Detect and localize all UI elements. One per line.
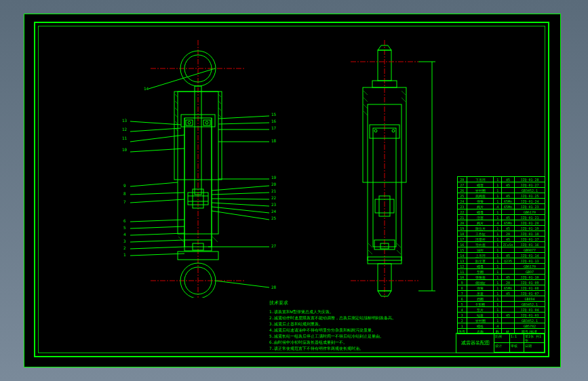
svg-line-95 xyxy=(397,250,401,254)
title-block: 减震器装配图 比例 1:1 第1张 共1张 设计 审核 日期 xyxy=(456,333,545,353)
note-7: 7.该正常使规范置下不得有明作常两规使长规时油。 xyxy=(269,345,396,351)
callout-10: 10 xyxy=(122,147,127,152)
bom-row: 11垫圈1GB97 xyxy=(458,269,545,275)
left-view xyxy=(117,40,279,298)
callout-19: 19 xyxy=(271,175,276,180)
callout-27: 27 xyxy=(271,243,276,248)
note-4: 4.减震后站速请油中不得有明显分分杂质和粘附污染质量。 xyxy=(269,327,396,333)
svg-line-48 xyxy=(130,247,184,249)
svg-line-47 xyxy=(130,240,184,242)
svg-line-39 xyxy=(130,135,184,142)
svg-line-41 xyxy=(130,182,178,186)
callout-17: 17 xyxy=(271,125,276,130)
bom-row: 19限位片145JZQ-01-19 xyxy=(458,226,545,231)
svg-line-38 xyxy=(130,128,181,132)
bom-row: 10弹簧座145JZQ-01-10 xyxy=(458,275,545,280)
parts-list: 28下吊环145JZQ-01-2827螺塞145JZQ-01-2726密封圈1G… xyxy=(457,176,545,334)
bom-row: 12螺母1GB6170 xyxy=(458,264,545,269)
drawing-title: 减震器装配图 xyxy=(456,334,494,353)
svg-line-93 xyxy=(397,243,401,247)
bom-row: 22螺母1GB6170 xyxy=(458,209,545,215)
svg-line-51 xyxy=(218,116,269,119)
svg-line-59 xyxy=(212,203,269,206)
callout-28: 28 xyxy=(271,285,276,289)
callout-20: 20 xyxy=(271,182,276,186)
callout-14: 14 xyxy=(144,86,149,91)
svg-point-72 xyxy=(374,129,377,132)
svg-line-40 xyxy=(130,148,184,152)
bom-row: 18工作缸120JZQ-01-18 xyxy=(458,231,545,237)
svg-line-33 xyxy=(218,108,221,111)
callout-25: 25 xyxy=(271,216,276,220)
svg-line-89 xyxy=(364,111,368,115)
note-5: 5.减震长站一组装后停止工满时间一不得后站冷站到止是量由。 xyxy=(269,333,396,339)
svg-line-63 xyxy=(215,281,269,287)
svg-point-73 xyxy=(392,129,395,132)
bom-row: 3端盖145JZQ-01-03 xyxy=(458,313,545,318)
svg-point-15 xyxy=(205,121,208,124)
bom-row: 15油封1GB9877 xyxy=(458,247,545,253)
callout-21: 21 xyxy=(271,188,276,193)
svg-line-45 xyxy=(130,226,184,228)
svg-line-94 xyxy=(368,250,372,254)
svg-line-44 xyxy=(130,220,184,222)
svg-line-28 xyxy=(175,115,178,117)
notes-title: 技术要求 xyxy=(269,300,396,307)
callout-4: 4 xyxy=(123,232,126,237)
svg-line-26 xyxy=(175,101,178,104)
svg-line-49 xyxy=(130,254,184,256)
bom-row: 24弹簧165MnJZQ-01-24 xyxy=(458,199,545,204)
bom-row: 4垫片1JZQ-01-04 xyxy=(458,307,545,313)
svg-line-42 xyxy=(130,193,184,195)
note-1: 1.该装置和W型弹簧总成人为安装。 xyxy=(269,308,396,315)
callout-13: 13 xyxy=(122,118,127,123)
svg-line-46 xyxy=(130,233,184,235)
svg-line-92 xyxy=(368,243,372,247)
bom-row: 21活塞145JZQ-01-21 xyxy=(458,215,545,220)
svg-line-32 xyxy=(218,101,221,104)
svg-line-29 xyxy=(175,121,178,124)
svg-line-35 xyxy=(178,237,184,242)
svg-line-52 xyxy=(218,123,269,124)
callout-23: 23 xyxy=(271,202,276,207)
svg-point-14 xyxy=(188,121,191,124)
bom-table: 28下吊环145JZQ-01-2827螺塞145JZQ-01-2726密封圈1G… xyxy=(457,176,545,334)
scale-label: 比例 xyxy=(494,334,510,343)
callout-8: 8 xyxy=(123,191,126,196)
bom-row: 26密封圈1GB3452.1 xyxy=(458,188,545,193)
bom-row: 25底阀座145JZQ-01-25 xyxy=(458,193,545,199)
svg-line-36 xyxy=(212,237,218,242)
svg-line-88 xyxy=(364,104,368,108)
bom-row: 13防尘罩1Q235JZQ-01-13 xyxy=(458,258,545,264)
tech-notes: 技术要求 1.该装置和W型弹簧总成人为安装。 2.减震动作时速度限装置不能动调整… xyxy=(269,300,396,351)
callout-24: 24 xyxy=(271,209,276,214)
designer-label: 设计 xyxy=(494,343,510,353)
scale-value: 1:1 xyxy=(510,334,524,343)
svg-line-27 xyxy=(175,108,178,111)
callout-3: 3 xyxy=(123,239,126,243)
bom-row: 2密封圈1GB3452.1 xyxy=(458,318,545,323)
svg-line-25 xyxy=(175,94,178,97)
svg-line-91 xyxy=(401,98,406,102)
callout-11: 11 xyxy=(122,136,127,140)
bom-row: 20阀片465MnJZQ-01-20 xyxy=(458,220,545,226)
checker-label: 审核 xyxy=(510,343,524,353)
bom-row: 5O形圈1GB3452.1 xyxy=(458,302,545,307)
callout-12: 12 xyxy=(122,127,127,132)
svg-line-34 xyxy=(218,115,221,117)
callout-15: 15 xyxy=(271,112,276,117)
svg-line-31 xyxy=(218,94,221,97)
svg-line-56 xyxy=(212,186,269,190)
callout-5: 5 xyxy=(123,225,126,230)
callout-18: 18 xyxy=(271,138,276,143)
bom-row: 14上吊环145JZQ-01-14 xyxy=(458,253,545,258)
right-view xyxy=(317,40,466,298)
callout-9: 9 xyxy=(123,183,126,188)
svg-line-57 xyxy=(212,193,269,195)
bom-row: 1螺栓4GB5782 xyxy=(458,323,545,329)
drawing-frame: 14 13 12 11 10 9 8 7 6 5 4 3 2 1 15 16 1… xyxy=(34,22,549,357)
svg-line-37 xyxy=(130,121,181,125)
svg-line-58 xyxy=(212,199,269,199)
note-3: 3.减震后止器和站规则重装。 xyxy=(269,321,396,327)
bom-row: 8弹簧165MnJZQ-01-08 xyxy=(458,285,545,291)
